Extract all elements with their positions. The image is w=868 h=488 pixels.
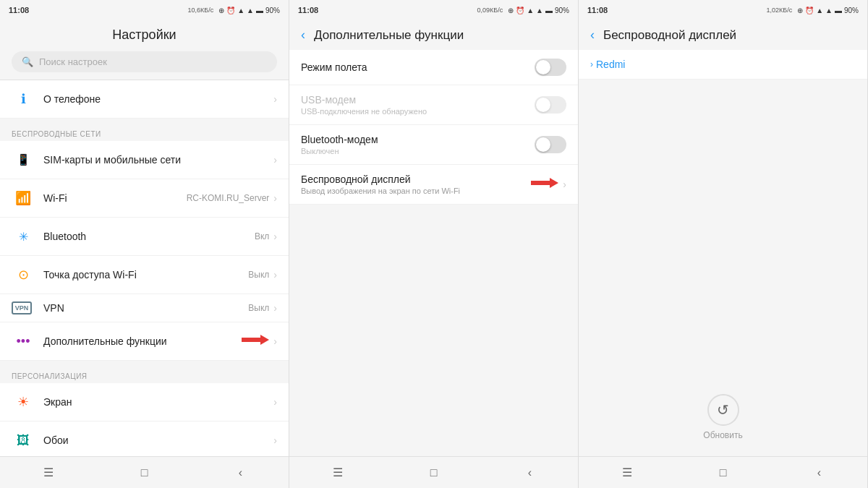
sim-arrow: › xyxy=(273,154,277,166)
alarm-icon-3: ⏰ xyxy=(805,7,814,14)
panel-settings: 11:08 10,6КБ/с ⊕ ⏰ ▲ ▲ ▬ 90% Настройки 🔍… xyxy=(0,0,289,488)
status-icons-3: 1,02КБ/с ⊕ ⏰ ▲ ▲ ▬ 90% xyxy=(767,7,859,14)
nav-hamburger-1[interactable]: ☰ xyxy=(34,458,63,487)
settings-item-additional[interactable]: ••• Дополнительные функции › xyxy=(0,322,289,361)
btmodem-label: Bluetooth-модем xyxy=(301,134,535,145)
settings-item-wallpaper[interactable]: 🖼 Обои › xyxy=(0,421,289,456)
settings-header: Настройки xyxy=(0,20,289,47)
alarm-icon-2: ⏰ xyxy=(516,7,524,14)
toggle-row-btmodem: Bluetooth-модем Выключен xyxy=(289,125,578,165)
time-3: 11:08 xyxy=(587,6,608,14)
hotspot-label: Точка доступа Wi-Fi xyxy=(43,269,248,281)
wallpaper-icon: 🖼 xyxy=(12,429,35,452)
nav-hamburger-3[interactable]: ☰ xyxy=(613,458,642,487)
back-btn-3[interactable]: ‹ xyxy=(590,27,595,43)
svg-marker-1 xyxy=(531,178,558,188)
settings-item-sim[interactable]: 📱 SIM-карты и мобильные сети › xyxy=(0,141,289,179)
nav-home-2[interactable]: □ xyxy=(420,458,448,487)
svg-marker-0 xyxy=(242,335,269,345)
settings-item-vpn[interactable]: VPN VPN Выкл › xyxy=(0,294,289,322)
wallpaper-text: Обои xyxy=(43,435,273,446)
settings-title: Настройки xyxy=(12,27,277,43)
btmodem-toggle[interactable] xyxy=(535,136,566,153)
nav-row-wireless[interactable]: Беспроводной дисплей Вывод изображения н… xyxy=(289,165,578,205)
search-icon: 🔍 xyxy=(22,56,33,67)
hotspot-arrow: › xyxy=(273,269,277,281)
wireless-header: ‹ Беспроводной дисплей xyxy=(579,20,867,50)
additional-content: Режим полета USB-модем USB-подключения н… xyxy=(289,50,578,456)
vpn-value: Выкл xyxy=(248,303,269,313)
red-arrow-1 xyxy=(240,333,269,349)
about-text: О телефоне xyxy=(43,93,273,105)
nav-back-1[interactable]: ‹ xyxy=(226,458,255,487)
status-bar-3: 11:08 1,02КБ/с ⊕ ⏰ ▲ ▲ ▬ 90% xyxy=(579,0,867,20)
search-placeholder: Поиск настроек xyxy=(39,56,107,67)
screen-label: Экран xyxy=(43,396,273,408)
personalization-label: ПЕРСОНАЛИЗАЦИЯ xyxy=(0,367,289,383)
wireless-sub: Вывод изображения на экран по сети Wi-Fi xyxy=(301,187,529,195)
status-bar-1: 11:08 10,6КБ/с ⊕ ⏰ ▲ ▲ ▬ 90% xyxy=(0,0,289,20)
bluetooth-value: Вкл xyxy=(255,231,269,241)
alarm-icon: ⏰ xyxy=(226,7,235,14)
refresh-label: Обновить xyxy=(703,430,742,440)
wireless-title: Беспроводной дисплей xyxy=(603,28,736,43)
btmodem-text: Bluetooth-модем Выключен xyxy=(301,134,535,155)
signal-icon: ▲ xyxy=(237,7,244,14)
redmi-label: Redmi xyxy=(596,59,625,70)
settings-item-hotspot[interactable]: ⊙ Точка доступа Wi-Fi Выкл › xyxy=(0,256,289,294)
sim-label: SIM-карты и мобильные сети xyxy=(43,154,273,166)
nav-home-1[interactable]: □ xyxy=(130,458,159,487)
status-icons-1: 10,6КБ/с ⊕ ⏰ ▲ ▲ ▬ 90% xyxy=(188,7,281,14)
bluetooth-label: Bluetooth xyxy=(43,231,255,242)
airplane-text: Режим полета xyxy=(301,61,535,73)
battery-pct-3: 90% xyxy=(844,7,859,14)
wifi-label: Wi-Fi xyxy=(43,192,187,204)
panel-wireless: 11:08 1,02КБ/с ⊕ ⏰ ▲ ▲ ▬ 90% ‹ Беспровод… xyxy=(579,0,868,488)
settings-item-wifi[interactable]: 📶 Wi-Fi RC-KOMI.RU_Server › xyxy=(0,179,289,218)
nav-hamburger-2[interactable]: ☰ xyxy=(323,458,352,487)
nav-back-3[interactable]: ‹ xyxy=(805,458,834,487)
nav-back-2[interactable]: ‹ xyxy=(516,458,545,487)
gap-1 xyxy=(0,119,289,124)
toggle-row-airplane: Режим полета xyxy=(289,50,578,85)
personalization-section: ☀ Экран › 🖼 Обои › ◈ Темы › xyxy=(0,383,289,456)
additional-label: Дополнительные функции xyxy=(43,335,240,347)
bluetooth-arrow: › xyxy=(273,231,277,242)
bluetooth-icon: ✳ xyxy=(12,225,35,248)
airplane-label: Режим полета xyxy=(301,61,535,73)
redmi-link[interactable]: › Redmi xyxy=(579,50,867,79)
screen-arrow: › xyxy=(273,396,277,408)
nav-bar-2: ☰ □ ‹ xyxy=(289,456,578,488)
bt-icon: ⊕ xyxy=(218,7,224,14)
additional-title: Дополнительные функции xyxy=(314,28,464,43)
vpn-arrow: › xyxy=(273,302,277,314)
nav-home-3[interactable]: □ xyxy=(709,458,738,487)
settings-item-about[interactable]: ℹ О телефоне › xyxy=(0,80,289,119)
bt-icon-2: ⊕ xyxy=(508,7,514,14)
back-btn-2[interactable]: ‹ xyxy=(301,27,305,43)
bt-icon-3: ⊕ xyxy=(797,7,803,14)
search-box[interactable]: 🔍 Поиск настроек xyxy=(12,51,277,72)
signal-icon-2: ▲ xyxy=(527,7,534,14)
settings-item-bluetooth[interactable]: ✳ Bluetooth Вкл › xyxy=(0,218,289,256)
nav-bar-1: ☰ □ ‹ xyxy=(0,456,289,488)
wifi-status-icon: ▲ xyxy=(247,7,254,14)
airplane-toggle[interactable] xyxy=(535,59,566,76)
sim-icon: 📱 xyxy=(12,148,35,171)
gap-2 xyxy=(0,361,289,367)
usb-toggle[interactable] xyxy=(535,96,566,114)
usb-text: USB-модем USB-подключения не обнаружено xyxy=(301,94,535,116)
wallpaper-label: Обои xyxy=(43,435,273,446)
vpn-icon: VPN xyxy=(12,301,32,314)
toggle-row-usb: USB-модем USB-подключения не обнаружено xyxy=(289,85,578,125)
refresh-button[interactable]: ↺ xyxy=(707,394,739,426)
settings-item-screen[interactable]: ☀ Экран › xyxy=(0,383,289,421)
wifi-value: RC-KOMI.RU_Server xyxy=(187,193,270,203)
wifi-status-icon-2: ▲ xyxy=(536,7,543,14)
wallpaper-arrow: › xyxy=(273,435,277,446)
battery-icon-3: ▬ xyxy=(835,7,842,14)
screen-text: Экран xyxy=(43,396,273,408)
wifi-text: Wi-Fi xyxy=(43,192,187,204)
redmi-chevron: › xyxy=(590,59,593,69)
battery-icon: ▬ xyxy=(256,7,263,14)
